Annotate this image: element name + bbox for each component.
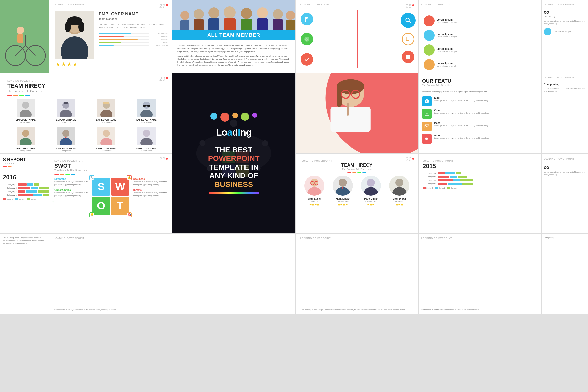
skill-bar-bg-2	[99, 36, 149, 37]
swot-icon-t: 🎯	[127, 212, 132, 217]
bar-row-1: Category 1	[3, 194, 46, 196]
tl-desc-3: Lorem ipsum is simply	[437, 50, 457, 53]
member-portrait-3	[97, 99, 115, 117]
legend-label-3: Series 1	[31, 199, 37, 200]
c2015-legend-label-2: Series 2	[439, 187, 445, 189]
hero-line1: THE BEST	[208, 145, 259, 154]
t26-name-2: Mark Dilbar	[330, 197, 356, 200]
row4-5-label: LOADING POWERPOINT	[421, 237, 452, 239]
member-name-2: EMPLOYER NAME	[47, 119, 84, 121]
slide-team-26: LOADING POWERPOINT 26 TEAM HIRECY The Ex…	[295, 153, 418, 234]
slide-label: LOADING POWERPOINT	[54, 3, 85, 6]
slide4-dot	[412, 4, 414, 6]
c2015-legend-color-3	[447, 187, 450, 189]
hero-content: Loading THE BEST POWERPOINT TEMPLATE IN …	[206, 113, 261, 194]
swot-letter-w: W ⚠️	[111, 178, 129, 196]
t26-photo-3	[361, 176, 381, 196]
member-designation-7: Designation	[88, 150, 125, 152]
legend-color-1	[3, 198, 6, 200]
chart2015-bar-chart: Category 4 Category 3 Category 2	[423, 172, 537, 185]
swot-section-weak: Weakness Lorem ipsum is simply dummy tex…	[133, 178, 167, 186]
features-subtitle: The Example Title Goes Here	[422, 84, 538, 86]
member-photo-6	[57, 127, 75, 145]
c2015-seg-4-3	[456, 172, 461, 174]
team-photo-strip: ALL TEAM MEMBER	[172, 0, 295, 40]
svg-point-37	[406, 18, 409, 22]
employer-bio: One morning, when Gregor Samsa woke from…	[99, 23, 168, 29]
slide-row4-3	[172, 234, 295, 314]
swot-weak-text: Lorem ipsum is simply dummy text of the …	[133, 180, 167, 186]
c2015-seg-4-1	[438, 172, 445, 174]
svg-rect-98	[425, 115, 429, 116]
svg-point-35	[307, 39, 308, 40]
swot-section-opps: Opportunities Lorem ipsum is simply dumm…	[54, 189, 88, 197]
circle-green	[301, 33, 313, 45]
tl-circle-1	[424, 15, 435, 26]
bar-row-4: Category 4	[3, 183, 46, 186]
member-name-8: EMPLOYER NAME	[128, 147, 165, 150]
feature-desc-3: Lorem ipsum is simply dummy text of the …	[434, 124, 489, 127]
swot-letter-s: S 🔧	[92, 178, 110, 196]
skill-bar-bg-5	[99, 45, 149, 46]
slide4-label: LOADING POWERPOINT	[300, 3, 331, 6]
t26-portrait-2	[333, 176, 353, 196]
row4-6-text: Com printing	[544, 236, 586, 239]
stars-rating: ★★★★	[55, 61, 78, 68]
row4-5-content: lorem ipsum is text for four transformed…	[421, 308, 539, 311]
c2015-seg-3-1	[438, 176, 449, 178]
svg-point-74	[143, 130, 150, 137]
t26-div-2	[352, 172, 356, 173]
skill-row-1: Responsible	[99, 32, 168, 34]
skill-label-5: Ideal Employer	[150, 44, 168, 46]
member-name-1: EMPLOYER NAME	[7, 119, 44, 121]
slide6-label: LOADING POWERPOINT	[544, 3, 575, 6]
member-designation-2: Designation	[47, 121, 84, 123]
c2015-wrap-4	[438, 172, 537, 174]
svg-rect-60	[143, 105, 146, 107]
bar-seg-2-2	[26, 190, 37, 193]
slide6-item-text-1: Lorem ipsum simply	[553, 30, 571, 33]
report-number: 2	[3, 169, 46, 171]
member-portrait-2	[57, 99, 75, 117]
team-member-8: EMPLOYER NAME Designation	[128, 127, 165, 152]
team-body-text-2: waxing slut Jim. See-charged top blew my…	[177, 55, 290, 67]
c2015-bar-4: Category 4	[423, 172, 537, 174]
member-designation-3: Designation	[88, 121, 125, 123]
row4-5-text: lorem ipsum is text for four transformed…	[421, 308, 539, 311]
skill-row-3: Creative	[99, 38, 168, 40]
swot-number: 22	[159, 156, 168, 163]
employer-portrait	[55, 11, 94, 59]
circle-outline-orange	[402, 33, 414, 45]
skill-row-2: Productive	[99, 35, 168, 37]
c2015-label-3: Category 3	[423, 176, 436, 178]
hirecy-number: 29	[159, 76, 168, 82]
svg-rect-43	[408, 55, 410, 57]
c2015-wrap-3	[438, 176, 537, 178]
t26-div-3	[357, 172, 361, 173]
swot-right: Weakness Lorem ipsum is simply dummy tex…	[133, 178, 167, 200]
svg-rect-61	[147, 105, 150, 107]
swot-strengths-text: Lorem ipsum is simply dummy text of the …	[54, 180, 88, 186]
svg-point-20	[208, 7, 219, 18]
feature-icon-mess	[422, 122, 432, 131]
svg-rect-52	[64, 102, 68, 104]
team26-divider	[302, 172, 412, 173]
employer-name: EMPLOYER NAME	[99, 11, 168, 17]
svg-point-13	[65, 21, 71, 32]
row4-4-content: One morning, when Gregor Samsa woke from…	[301, 308, 413, 311]
t26-name-1: Mark Lusak	[302, 197, 327, 200]
swot-title: SWOT	[54, 163, 167, 169]
swot-icon-w: ⚠️	[127, 175, 132, 180]
feature-desc-2: Lorem ipsum is simply dummy text of the …	[434, 112, 489, 115]
skill-bar-fill-2	[99, 36, 124, 37]
svg-point-32	[304, 37, 309, 42]
feature-title-4: Adve	[434, 134, 489, 137]
t26-portrait-3	[361, 176, 381, 196]
feature-title-2: Com	[434, 109, 489, 112]
member-portrait-6	[57, 127, 75, 145]
far-r2-text: Lorem ipsum is simply dummy text of the …	[544, 87, 586, 93]
skill-label-4: Active	[150, 41, 168, 43]
svg-point-47	[22, 102, 29, 109]
team-member-4: EMPLOYER NAME Designation	[128, 99, 165, 123]
c2015-bar-3: Category 3	[423, 176, 537, 178]
